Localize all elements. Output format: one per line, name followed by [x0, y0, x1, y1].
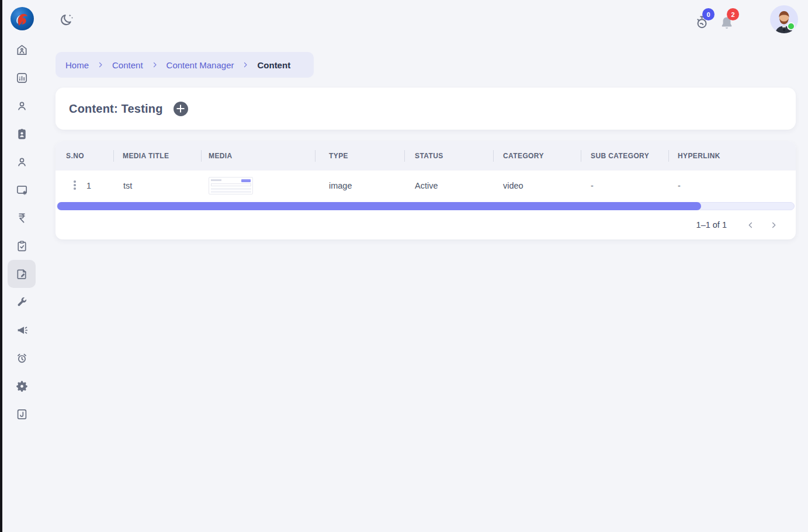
cell-type: image [329, 171, 352, 201]
sidebar-item-journal[interactable] [8, 400, 36, 428]
window-edge-strip [0, 0, 2, 532]
chevron-right-icon [151, 61, 158, 68]
pagination-range-label: 1–1 of 1 [696, 220, 727, 230]
sidebar-item-reminders[interactable] [8, 344, 36, 372]
megaphone-icon [15, 324, 29, 337]
column-divider [668, 150, 669, 162]
cell-sno: 1 [86, 171, 91, 201]
horizontal-scrollbar-track[interactable] [57, 202, 795, 210]
breadcrumb-link-content-manager[interactable]: Content Manager [167, 60, 234, 70]
row-actions-menu-icon[interactable] [71, 180, 78, 192]
app-logo[interactable] [10, 6, 34, 31]
cell-sub-category: - [591, 171, 594, 201]
column-header-media-title: MEDIA TITLE [123, 141, 169, 171]
column-header-sno: S.NO [66, 141, 84, 171]
content-manager-icon [15, 267, 29, 281]
breadcrumb: Home Content Content Manager Content [56, 52, 314, 78]
chevron-right-icon [769, 221, 778, 230]
user-icon [15, 99, 29, 113]
cell-category: video [503, 171, 523, 201]
online-status-dot [787, 22, 795, 30]
chevron-right-icon [242, 61, 249, 68]
clipboard-check-icon [15, 239, 29, 253]
id-badge-icon [15, 127, 29, 141]
sidebar-item-payments[interactable] [8, 204, 36, 232]
sidebar-item-tasks[interactable] [8, 232, 36, 260]
users-icon [15, 155, 29, 169]
column-divider [404, 150, 405, 162]
media-thumbnail[interactable] [209, 177, 253, 194]
breadcrumb-current: Content [257, 60, 290, 70]
home-icon [15, 43, 29, 57]
page-title: Content: Testing [69, 102, 163, 116]
horizontal-scrollbar-thumb[interactable] [57, 202, 701, 210]
analytics-icon [15, 71, 29, 85]
settings-gear-icon [15, 380, 29, 393]
column-divider [315, 150, 315, 162]
sidebar-item-home[interactable] [8, 36, 36, 64]
chevron-right-icon [97, 61, 104, 68]
page-title-card: Content: Testing [56, 88, 796, 130]
cell-status: Active [415, 171, 438, 201]
column-header-type: TYPE [329, 141, 348, 171]
theme-toggle-button[interactable] [59, 12, 75, 28]
column-divider [113, 150, 114, 162]
sidebar-item-devices[interactable] [8, 176, 36, 204]
sidebar-item-announcements[interactable] [8, 316, 36, 344]
column-divider [493, 150, 494, 162]
sidebar-item-users[interactable] [8, 92, 36, 120]
chevron-left-icon [746, 221, 755, 230]
column-header-sub-category: SUB CATEGORY [591, 141, 649, 171]
notification-badge: 2 [727, 8, 739, 20]
pagination-next-button[interactable] [765, 217, 782, 233]
pagination-prev-button[interactable] [742, 217, 758, 233]
column-divider [581, 150, 581, 162]
cell-hyperlink: - [678, 171, 681, 201]
timer-badge: 0 [702, 8, 715, 20]
wrench-icon [15, 295, 29, 309]
sidebar-item-employees[interactable] [8, 120, 36, 148]
sidebar-item-tools[interactable] [8, 288, 36, 316]
journal-icon [15, 408, 29, 421]
alarm-clock-icon [15, 352, 29, 365]
breadcrumb-link-home[interactable]: Home [65, 60, 89, 70]
breadcrumb-link-content[interactable]: Content [112, 60, 143, 70]
display-settings-icon [15, 183, 29, 197]
content-table-card: S.NO MEDIA TITLE MEDIA TYPE STATUS CATEG… [56, 141, 796, 239]
moon-stars-icon [59, 12, 75, 28]
sidebar-item-content-manager[interactable] [8, 260, 36, 288]
pagination: 1–1 of 1 [56, 210, 796, 239]
brand-logo-icon [10, 6, 34, 31]
table-header: S.NO MEDIA TITLE MEDIA TYPE STATUS CATEG… [56, 141, 796, 171]
column-divider [201, 150, 202, 162]
column-header-hyperlink: HYPERLINK [678, 141, 720, 171]
add-content-button[interactable] [174, 102, 188, 116]
rupee-icon [15, 211, 29, 225]
table-row: 1 tst image Active video - - [56, 171, 796, 201]
column-header-media: MEDIA [209, 141, 233, 171]
sidebar-item-analytics[interactable] [8, 64, 36, 92]
column-header-status: STATUS [415, 141, 443, 171]
sidebar-item-clients[interactable] [8, 148, 36, 176]
sidebar-item-settings[interactable] [8, 372, 36, 400]
column-header-category: CATEGORY [503, 141, 544, 171]
cell-media-title: tst [123, 171, 132, 201]
